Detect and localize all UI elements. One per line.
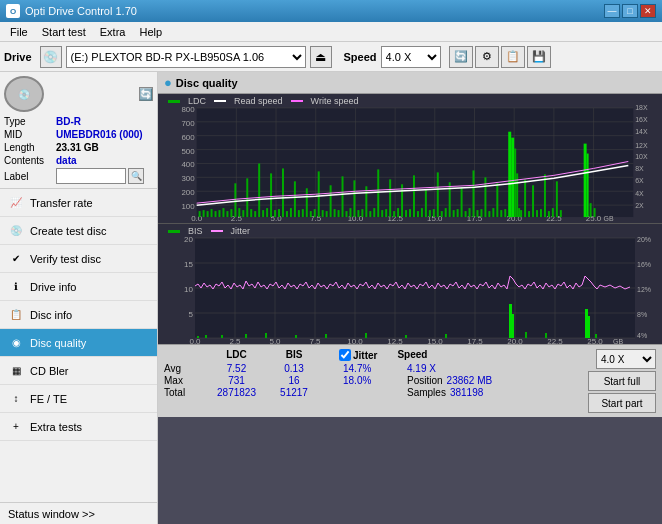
svg-text:10.0: 10.0 <box>347 337 363 344</box>
jitter-header: Jitter <box>353 350 377 361</box>
speed-select-drive[interactable]: 4.0 X <box>381 46 441 68</box>
svg-text:500: 500 <box>181 147 195 156</box>
disc-quality-bullet: ● <box>164 75 172 90</box>
title-bar: O Opti Drive Control 1.70 — □ ✕ <box>0 0 662 22</box>
position-value: 23862 MB <box>447 375 493 386</box>
svg-rect-194 <box>512 314 514 338</box>
label-input[interactable] <box>56 168 126 184</box>
svg-text:10X: 10X <box>635 153 648 160</box>
svg-rect-63 <box>258 163 260 217</box>
max-jitter: 18.0% <box>339 375 399 386</box>
svg-rect-131 <box>520 210 522 217</box>
disc-panel: 💿 🔄 Type BD-R MID UMEBDR016 (000) Length… <box>0 72 157 189</box>
content-area: ● Disc quality LDC Read speed Write spee… <box>158 72 662 524</box>
ldc-legend-color <box>168 100 180 103</box>
speed-select-stats[interactable]: 4.0 X <box>596 349 656 369</box>
ldc-header: LDC <box>204 349 269 361</box>
svg-rect-80 <box>326 211 328 217</box>
status-window-btn[interactable]: Status window >> <box>0 502 157 524</box>
disc-refresh-btn[interactable]: 🔄 <box>139 87 153 101</box>
svg-rect-185 <box>221 335 223 338</box>
contents-value: data <box>56 155 153 166</box>
minimize-button[interactable]: — <box>604 4 620 18</box>
save-button[interactable]: 💾 <box>527 46 551 68</box>
nav-drive-info[interactable]: ℹ Drive info <box>0 273 157 301</box>
menu-start-test[interactable]: Start test <box>36 24 92 40</box>
svg-rect-186 <box>245 334 247 338</box>
svg-rect-58 <box>238 208 240 217</box>
svg-rect-102 <box>413 175 415 217</box>
verify-test-disc-icon: ✔ <box>8 251 24 267</box>
drive-info-icon: ℹ <box>8 279 24 295</box>
svg-rect-67 <box>274 210 276 217</box>
app-icon: O <box>6 4 20 18</box>
nav-cd-bler[interactable]: ▦ CD Bler <box>0 357 157 385</box>
type-label: Type <box>4 116 56 127</box>
app-title: Opti Drive Control 1.70 <box>25 5 137 17</box>
nav-disc-quality[interactable]: ◉ Disc quality <box>0 329 157 357</box>
svg-rect-124 <box>500 210 502 217</box>
svg-rect-75 <box>306 188 308 217</box>
nav-create-test-disc-label: Create test disc <box>30 225 149 237</box>
svg-text:2.5: 2.5 <box>231 214 243 223</box>
svg-text:4X: 4X <box>635 190 644 197</box>
main-area: 💿 🔄 Type BD-R MID UMEBDR016 (000) Length… <box>0 72 662 524</box>
svg-rect-188 <box>295 335 297 338</box>
svg-text:16X: 16X <box>635 116 648 123</box>
nav-verify-test-disc[interactable]: ✔ Verify test disc <box>0 245 157 273</box>
svg-rect-95 <box>385 209 387 217</box>
nav-list: 📈 Transfer rate 💿 Create test disc ✔ Ver… <box>0 189 157 441</box>
svg-rect-133 <box>528 211 530 217</box>
menu-file[interactable]: File <box>4 24 34 40</box>
bis-legend-label: BIS <box>188 226 203 236</box>
svg-rect-66 <box>270 173 272 217</box>
svg-rect-112 <box>453 210 455 217</box>
svg-rect-132 <box>524 179 526 217</box>
svg-rect-144 <box>590 203 592 217</box>
read-speed-legend-color <box>214 100 226 102</box>
jitter-legend-color <box>211 230 223 232</box>
svg-text:20.0: 20.0 <box>507 337 523 344</box>
nav-create-test-disc[interactable]: 💿 Create test disc <box>0 217 157 245</box>
disc-info-icon: 📋 <box>8 307 24 323</box>
svg-rect-55 <box>226 211 228 217</box>
menu-help[interactable]: Help <box>133 24 168 40</box>
svg-rect-0 <box>197 108 634 217</box>
svg-rect-71 <box>290 208 292 217</box>
refresh-button[interactable]: 🔄 <box>449 46 473 68</box>
eject-button[interactable]: ⏏ <box>310 46 332 68</box>
jitter-checkbox[interactable] <box>339 349 351 361</box>
samples-value: 381198 <box>450 387 483 398</box>
svg-rect-127 <box>511 138 514 217</box>
status-window-label: Status window >> <box>8 508 95 520</box>
fe-te-icon: ↕ <box>8 391 24 407</box>
svg-rect-49 <box>203 210 205 217</box>
svg-rect-123 <box>496 183 498 217</box>
svg-rect-184 <box>205 335 207 338</box>
info-button[interactable]: 📋 <box>501 46 525 68</box>
svg-text:0.0: 0.0 <box>189 337 201 344</box>
svg-rect-145 <box>594 208 596 217</box>
svg-text:7.5: 7.5 <box>309 337 321 344</box>
start-part-button[interactable]: Start part <box>588 393 656 413</box>
nav-extra-tests[interactable]: + Extra tests <box>0 413 157 441</box>
svg-rect-109 <box>441 211 443 217</box>
nav-cd-bler-label: CD Bler <box>30 365 149 377</box>
speed-label: Speed <box>344 51 377 63</box>
settings-button[interactable]: ⚙ <box>475 46 499 68</box>
lower-chart-svg: 20 15 10 5 20% 16% 12% 8% 4% 0.0 2.5 5.0… <box>158 224 662 344</box>
menu-extra[interactable]: Extra <box>94 24 132 40</box>
close-button[interactable]: ✕ <box>640 4 656 18</box>
svg-rect-115 <box>465 211 467 217</box>
label-browse-btn[interactable]: 🔍 <box>128 168 144 184</box>
svg-rect-50 <box>207 211 209 217</box>
svg-rect-65 <box>266 208 268 217</box>
nav-disc-info[interactable]: 📋 Disc info <box>0 301 157 329</box>
nav-fe-te[interactable]: ↕ FE / TE <box>0 385 157 413</box>
read-speed-legend-label: Read speed <box>234 96 283 106</box>
maximize-button[interactable]: □ <box>622 4 638 18</box>
drive-select[interactable]: (E:) PLEXTOR BD-R PX-LB950SA 1.06 <box>66 46 306 68</box>
nav-transfer-rate[interactable]: 📈 Transfer rate <box>0 189 157 217</box>
svg-rect-104 <box>421 208 423 217</box>
start-full-button[interactable]: Start full <box>588 371 656 391</box>
